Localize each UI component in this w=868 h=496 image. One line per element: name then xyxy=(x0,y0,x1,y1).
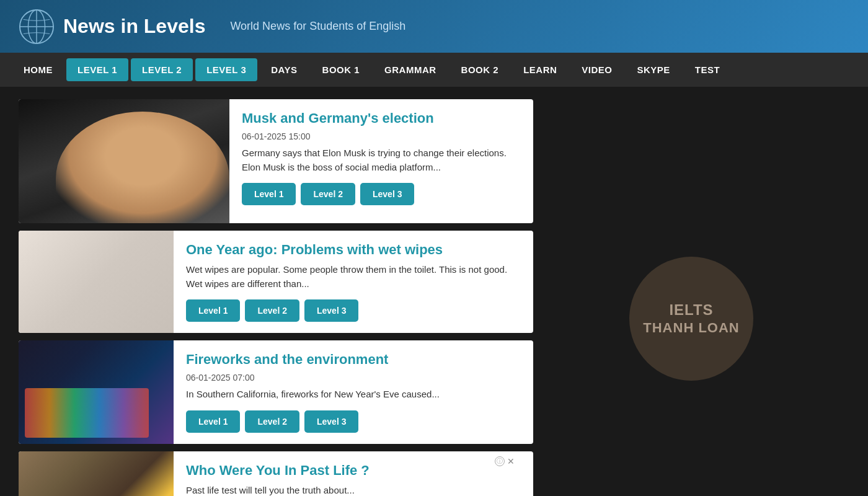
level-buttons: Level 1 Level 2 Level 3 xyxy=(186,299,521,322)
article-body: Musk and Germany's election 06-01-2025 1… xyxy=(229,99,533,223)
level3-button[interactable]: Level 3 xyxy=(360,183,414,205)
level3-button[interactable]: Level 3 xyxy=(304,410,358,433)
article-date: 06-01-2025 07:00 xyxy=(186,373,521,383)
level1-button[interactable]: Level 1 xyxy=(186,299,240,322)
article-card: One Year ago: Problems with wet wipes We… xyxy=(19,231,533,333)
article-thumbnail xyxy=(19,99,229,223)
watermark-ielts: IELTS xyxy=(669,300,713,319)
nav-home[interactable]: HOME xyxy=(12,58,64,81)
watermark-name: THANH LOAN xyxy=(643,319,739,337)
nav-level2[interactable]: LEVEL 2 xyxy=(131,58,193,81)
logo-area: News in Levels xyxy=(19,9,205,45)
site-subtitle: World News for Students of English xyxy=(230,20,405,33)
nav-skype[interactable]: SKYPE xyxy=(626,58,681,81)
site-title: News in Levels xyxy=(63,15,205,38)
article-excerpt: Germany says that Elon Musk is trying to… xyxy=(242,146,521,174)
level2-button[interactable]: Level 2 xyxy=(245,410,299,433)
sidebar: IELTS THANH LOAN xyxy=(533,99,849,496)
nav-level1[interactable]: LEVEL 1 xyxy=(66,58,128,81)
article-title[interactable]: Musk and Germany's election xyxy=(242,110,521,126)
level1-button[interactable]: Level 1 xyxy=(186,410,240,433)
ad-close-button[interactable]: ✕ xyxy=(507,456,515,466)
site-header: News in Levels World News for Students o… xyxy=(0,0,868,53)
article-title[interactable]: One Year ago: Problems with wet wipes xyxy=(186,242,521,258)
nav-test[interactable]: TEST xyxy=(684,58,731,81)
level-buttons: Level 1 Level 2 Level 3 xyxy=(186,410,521,433)
main-layout: Musk and Germany's election 06-01-2025 1… xyxy=(0,87,868,496)
article-card: Fireworks and the environment 06-01-2025… xyxy=(19,340,533,444)
level-buttons: Level 1 Level 2 Level 3 xyxy=(242,183,521,205)
article-excerpt: In Southern California, fireworks for Ne… xyxy=(186,388,521,402)
ad-info-icon[interactable]: ⓘ xyxy=(495,456,505,466)
content-area: Musk and Germany's election 06-01-2025 1… xyxy=(19,99,533,496)
level2-button[interactable]: Level 2 xyxy=(245,299,299,322)
nav-days[interactable]: DAYS xyxy=(260,58,308,81)
article-date: 06-01-2025 15:00 xyxy=(242,131,521,141)
nav-learn[interactable]: LEARN xyxy=(512,58,568,81)
ad-body: ⓘ ✕ Who Were You In Past Life ? Past lif… xyxy=(174,451,533,497)
level1-button[interactable]: Level 1 xyxy=(242,183,296,205)
article-body: Fireworks and the environment 06-01-2025… xyxy=(174,340,533,444)
level2-button[interactable]: Level 2 xyxy=(301,183,355,205)
ad-thumbnail xyxy=(19,451,174,497)
article-card: Musk and Germany's election 06-01-2025 1… xyxy=(19,99,533,223)
level3-button[interactable]: Level 3 xyxy=(304,299,358,322)
article-thumbnail xyxy=(19,340,174,444)
watermark-text: IELTS THANH LOAN xyxy=(643,300,739,337)
globe-icon xyxy=(19,9,55,45)
ad-badge: ⓘ ✕ xyxy=(495,456,515,466)
article-body: One Year ago: Problems with wet wipes We… xyxy=(174,231,533,333)
sidebar-watermark: IELTS THANH LOAN xyxy=(629,257,753,381)
article-excerpt: Wet wipes are popular. Some people throw… xyxy=(186,263,521,291)
nav-level3[interactable]: LEVEL 3 xyxy=(195,58,257,81)
nav-book1[interactable]: BOOK 1 xyxy=(311,58,371,81)
ad-excerpt: Past life test will tell you the truth a… xyxy=(186,484,521,497)
main-nav: HOME LEVEL 1 LEVEL 2 LEVEL 3 DAYS BOOK 1… xyxy=(0,53,868,87)
nav-video[interactable]: VIDEO xyxy=(570,58,623,81)
article-title[interactable]: Fireworks and the environment xyxy=(186,352,521,368)
article-thumbnail xyxy=(19,231,174,333)
ad-card: ⓘ ✕ Who Were You In Past Life ? Past lif… xyxy=(19,451,533,497)
nav-book2[interactable]: BOOK 2 xyxy=(450,58,510,81)
nav-grammar[interactable]: GRAMMAR xyxy=(373,58,448,81)
ad-title[interactable]: Who Were You In Past Life ? xyxy=(186,463,521,479)
